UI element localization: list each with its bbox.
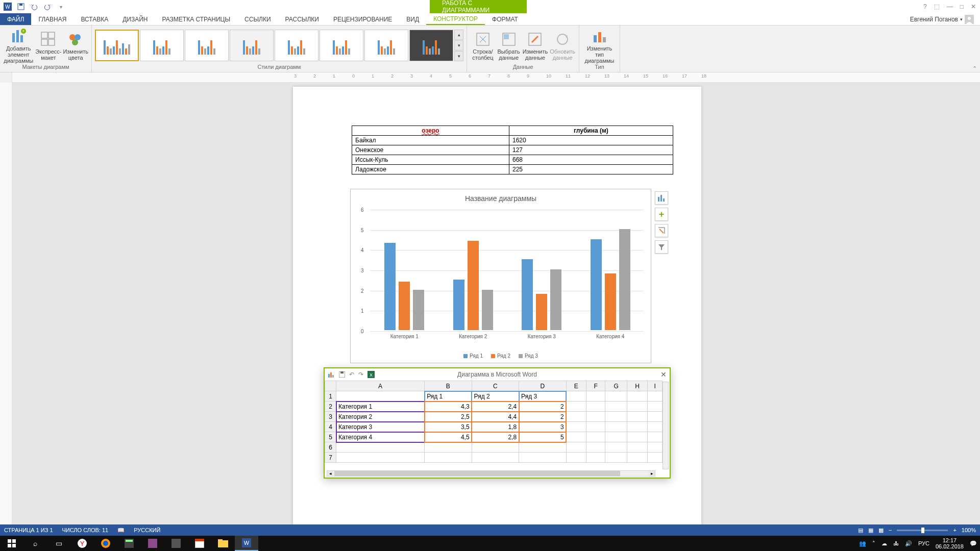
taskbar-yandex-icon[interactable]: Y (70, 536, 94, 551)
data-excel-icon[interactable]: X (368, 371, 375, 378)
data-save-icon[interactable] (339, 371, 345, 378)
taskbar-word-icon[interactable]: W (235, 536, 258, 551)
status-proofing-icon[interactable]: 📖 (117, 527, 125, 534)
tab-mailings[interactable]: РАССЫЛКИ (278, 13, 326, 25)
status-words[interactable]: ЧИСЛО СЛОВ: 11 (62, 527, 109, 533)
data-close-icon[interactable]: ✕ (660, 370, 667, 379)
tray-up-icon[interactable]: ˄ (872, 540, 875, 547)
view-read-icon[interactable]: ▤ (858, 527, 863, 534)
taskbar-explorer-icon[interactable] (211, 536, 235, 551)
collapse-ribbon-icon[interactable]: ⌃ (972, 65, 977, 72)
tray-network-icon[interactable]: 🖧 (893, 540, 899, 546)
switch-row-col-button[interactable]: Строка/столбец (470, 30, 496, 61)
minimize-icon[interactable]: — (947, 3, 953, 10)
svg-rect-26 (658, 197, 659, 202)
tab-design[interactable]: ДИЗАЙН (115, 13, 155, 25)
chart-legend[interactable]: Ряд 1 Ряд 2 Ряд 3 (351, 353, 651, 359)
taskbar-app1-icon[interactable] (141, 536, 164, 551)
chart-style-8[interactable] (409, 30, 453, 61)
view-web-icon[interactable]: ▩ (878, 527, 884, 534)
maximize-icon[interactable]: □ (960, 3, 964, 10)
data-undo-icon[interactable]: ↶ (349, 371, 354, 378)
lake-depth-table[interactable]: озеро глубина (м) Байкал1620 Онежское127… (352, 126, 673, 174)
tray-clock[interactable]: 12:17 06.02.2018 (936, 537, 964, 549)
data-redo-icon[interactable]: ↷ (358, 371, 363, 378)
chart-style-1[interactable] (95, 30, 139, 61)
tab-page-layout[interactable]: РАЗМЕТКА СТРАНИЦЫ (155, 13, 238, 25)
tab-file[interactable]: ФАЙЛ (0, 13, 31, 25)
tab-review[interactable]: РЕЦЕНЗИРОВАНИЕ (326, 13, 399, 25)
tab-home[interactable]: ГЛАВНАЯ (31, 13, 74, 25)
status-language[interactable]: РУССКИЙ (134, 527, 160, 533)
taskbar-calc-icon[interactable] (117, 536, 141, 551)
chart-filters-button[interactable] (655, 224, 668, 237)
gallery-more-icon[interactable]: ▾ (454, 51, 463, 61)
tray-onedrive-icon[interactable]: ☁ (881, 540, 887, 547)
taskbar-firefox-icon[interactable] (94, 536, 117, 551)
tray-language[interactable]: РУС (918, 540, 929, 546)
zoom-slider[interactable] (897, 530, 948, 531)
taskbar-calendar-icon[interactable] (188, 536, 211, 551)
view-print-icon[interactable]: ▦ (868, 527, 873, 534)
close-icon[interactable]: ✕ (971, 3, 976, 10)
chart-style-6[interactable] (320, 30, 363, 61)
edit-data-button[interactable]: Изменить данные (522, 30, 549, 61)
search-icon[interactable]: ⌕ (23, 536, 47, 551)
zoom-level[interactable]: 100% (962, 527, 976, 533)
chart-style-2[interactable] (140, 30, 184, 61)
chart-styles-gallery[interactable]: ▴ ▾ ▾ (95, 27, 463, 64)
change-chart-type-button[interactable]: Изменить тип диаграммы (582, 27, 617, 64)
zoom-out-icon[interactable]: − (889, 527, 892, 533)
gallery-down-icon[interactable]: ▾ (454, 40, 463, 51)
tab-references[interactable]: ССЫЛКИ (237, 13, 278, 25)
scroll-left-icon[interactable]: ◂ (327, 471, 333, 476)
task-view-icon[interactable]: ▭ (47, 536, 70, 551)
start-button[interactable] (0, 536, 23, 551)
chart-style-5[interactable] (275, 30, 318, 61)
ruler-horizontal[interactable]: 3210123456789101112131415161718 (0, 72, 980, 83)
user-account[interactable]: Евгений Поганов▾ (910, 13, 980, 25)
ruler-vertical[interactable] (0, 83, 12, 536)
svg-rect-20 (504, 34, 509, 39)
refresh-data-button[interactable]: Обновить данные (549, 30, 576, 61)
chart-plot-area[interactable]: 0123456Категория 1Категория 2Категория 3… (370, 210, 644, 330)
tab-format[interactable]: ФОРМАТ (485, 13, 525, 25)
chart-title[interactable]: Название диаграммы (351, 189, 651, 206)
tab-constructor[interactable]: КОНСТРУКТОР (426, 13, 485, 25)
gallery-up-icon[interactable]: ▴ (454, 30, 463, 40)
scroll-right-icon[interactable]: ▸ (649, 471, 655, 476)
change-colors-button[interactable]: Изменить цвета (63, 30, 88, 61)
select-all-cell[interactable] (325, 381, 336, 391)
chart-style-3[interactable] (185, 30, 229, 61)
data-grid[interactable]: ABCDEFGHI 1Ряд 1Ряд 2Ряд 3 2Категория 14… (325, 381, 663, 469)
undo-icon[interactable] (29, 1, 40, 12)
status-page[interactable]: СТРАНИЦА 1 ИЗ 1 (4, 527, 53, 533)
data-horizontal-scrollbar[interactable]: ◂ ▸ (327, 470, 655, 477)
tray-notifications-icon[interactable]: 💬 (970, 540, 977, 547)
svg-rect-45 (126, 540, 133, 542)
tab-insert[interactable]: ВСТАВКА (74, 13, 115, 25)
zoom-in-icon[interactable]: + (953, 527, 956, 533)
tray-people-icon[interactable]: 👥 (859, 540, 866, 547)
chart-elements-button[interactable] (655, 191, 668, 205)
chart-filter-icon[interactable] (655, 240, 668, 254)
tray-volume-icon[interactable]: 🔊 (905, 540, 912, 547)
context-tab-chart-tools: РАБОТА С ДИАГРАММАМИ (430, 0, 527, 13)
select-data-button[interactable]: Выбрать данные (497, 30, 521, 61)
add-chart-element-button[interactable]: + Добавить элемент диаграммы (3, 27, 34, 64)
chart-styles-button[interactable]: + (655, 208, 668, 221)
quick-layout-button[interactable]: Экспресс-макет (35, 30, 62, 61)
save-icon[interactable] (15, 1, 27, 12)
chart-style-7[interactable] (364, 30, 408, 61)
chart-style-4[interactable] (230, 30, 274, 61)
redo-icon[interactable] (42, 1, 53, 12)
qat-customize-icon[interactable]: ▾ (55, 1, 66, 12)
help-icon[interactable]: ? (923, 3, 927, 10)
tab-view[interactable]: ВИД (399, 13, 426, 25)
taskbar-app2-icon[interactable] (164, 536, 188, 551)
ribbon-display-icon[interactable]: ⬚ (934, 3, 940, 10)
data-vertical-scrollbar[interactable] (663, 382, 669, 469)
ribbon-tabs: ФАЙЛ ГЛАВНАЯ ВСТАВКА ДИЗАЙН РАЗМЕТКА СТР… (0, 13, 980, 26)
svg-rect-11 (41, 32, 47, 38)
chart-object[interactable]: Название диаграммы 0123456Категория 1Кат… (350, 189, 651, 363)
